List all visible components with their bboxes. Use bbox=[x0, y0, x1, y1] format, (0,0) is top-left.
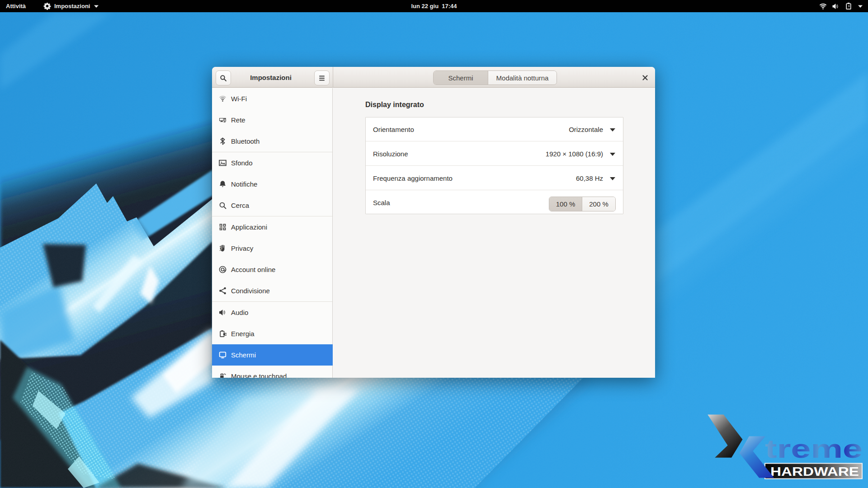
svg-text:HARDWARE: HARDWARE bbox=[770, 465, 859, 479]
svg-text:treme: treme bbox=[765, 434, 863, 463]
